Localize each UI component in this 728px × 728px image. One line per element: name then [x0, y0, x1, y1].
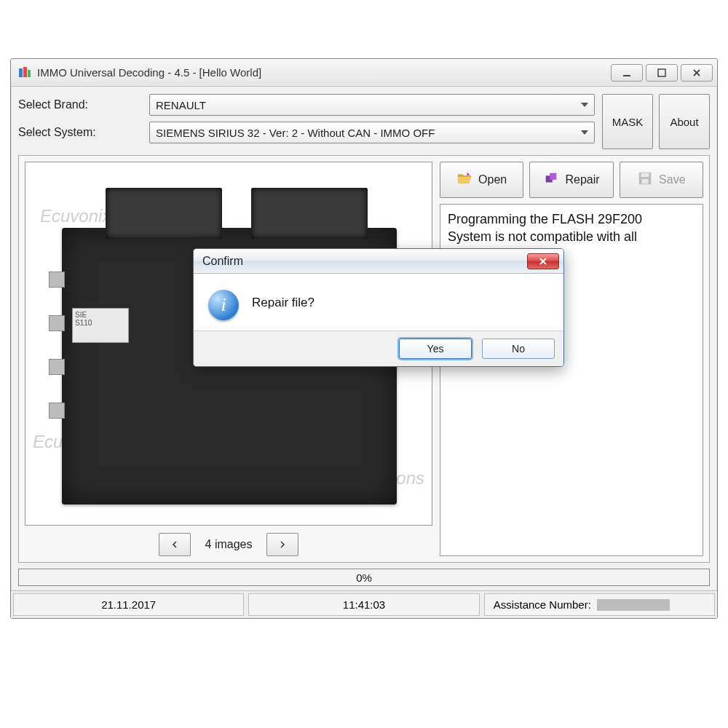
selection-form: Select Brand: RENAULT Select System: SIE… [11, 87, 717, 152]
svg-rect-6 [550, 173, 557, 180]
save-label: Save [659, 173, 685, 186]
brand-value: RENAULT [156, 99, 206, 111]
status-bar: 21.11.2017 11:41:03 Assistance Number: [11, 590, 717, 618]
titlebar: IMMO Universal Decoding - 4.5 - [Hello W… [11, 59, 717, 87]
info-line: Programming the FLASH 29F200 [448, 210, 695, 228]
repair-button[interactable]: Repair [529, 162, 613, 198]
status-assistance: Assistance Number: [484, 593, 715, 616]
main-window: IMMO Universal Decoding - 4.5 - [Hello W… [10, 58, 718, 619]
status-time: 11:41:03 [248, 593, 479, 616]
open-button[interactable]: Open [440, 162, 523, 198]
progress-text: 0% [356, 571, 372, 584]
window-title: IMMO Universal Decoding - 4.5 - [Hello W… [37, 66, 261, 79]
status-date: 21.11.2017 [13, 593, 244, 616]
svg-rect-2 [28, 70, 31, 77]
dialog-buttons: Yes No [194, 331, 563, 366]
mask-button[interactable]: MASK [602, 94, 653, 149]
brand-label: Select Brand: [18, 98, 149, 111]
confirm-dialog: Confirm i Repair file? Yes No [193, 248, 564, 367]
dialog-message: Repair file? [252, 290, 314, 310]
image-navigation: 4 images [25, 533, 432, 556]
system-select[interactable]: SIEMENS SIRIUS 32 - Ver: 2 - Without CAN… [149, 122, 595, 143]
image-count-label: 4 images [205, 538, 253, 551]
svg-rect-9 [641, 179, 648, 183]
dialog-titlebar: Confirm [194, 249, 563, 274]
prev-image-button[interactable] [159, 533, 191, 556]
open-label: Open [478, 173, 507, 186]
window-controls [611, 64, 713, 82]
yes-button[interactable]: Yes [399, 339, 472, 359]
assist-number-redacted [597, 599, 670, 611]
app-icon [18, 66, 31, 79]
brand-select[interactable]: RENAULT [149, 94, 595, 116]
next-image-button[interactable] [266, 533, 298, 556]
repair-label: Repair [565, 173, 599, 186]
svg-rect-3 [623, 75, 630, 76]
svg-rect-4 [658, 69, 665, 76]
close-button[interactable] [681, 64, 713, 82]
save-icon [637, 170, 653, 189]
dialog-close-button[interactable] [527, 253, 559, 269]
dialog-title: Confirm [202, 255, 243, 268]
save-button[interactable]: Save [620, 162, 703, 198]
about-button[interactable]: About [659, 94, 710, 149]
svg-rect-8 [641, 173, 649, 178]
svg-rect-0 [19, 68, 23, 77]
maximize-button[interactable] [646, 64, 678, 82]
system-label: Select System: [18, 126, 149, 139]
progress-bar: 0% [18, 569, 710, 586]
svg-rect-1 [23, 67, 27, 77]
minimize-button[interactable] [611, 64, 643, 82]
repair-icon [543, 170, 559, 189]
system-value: SIEMENS SIRIUS 32 - Ver: 2 - Without CAN… [156, 127, 435, 139]
no-button[interactable]: No [482, 339, 555, 359]
folder-open-icon [456, 170, 472, 189]
info-line: System is not compatible with all [448, 228, 695, 245]
assist-label: Assistance Number: [494, 598, 591, 611]
info-icon: i [208, 290, 239, 320]
